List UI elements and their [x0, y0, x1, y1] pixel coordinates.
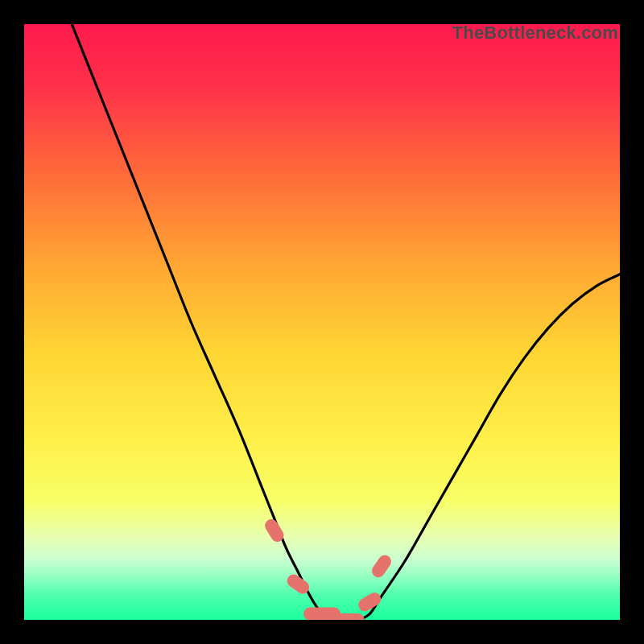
marker-capsule — [369, 553, 394, 580]
curve-layer — [24, 24, 620, 620]
marker-capsule — [328, 613, 365, 620]
optimal-band-markers — [262, 517, 394, 620]
chart-frame: TheBottleneck.com — [0, 0, 644, 644]
marker-capsule — [356, 590, 383, 613]
bottleneck-curve — [72, 24, 620, 620]
plot-area — [24, 24, 620, 620]
watermark-text: TheBottleneck.com — [452, 23, 618, 43]
